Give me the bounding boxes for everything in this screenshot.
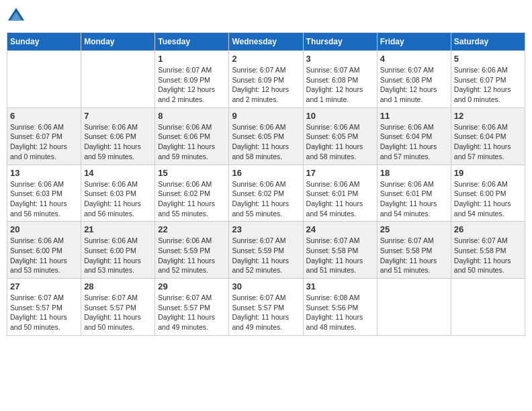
day-info: Sunrise: 6:06 AM Sunset: 6:02 PM Dayligh… [232,179,300,219]
calendar-cell: 28Sunrise: 6:07 AM Sunset: 5:57 PM Dayli… [81,279,155,336]
calendar-cell: 11Sunrise: 6:06 AM Sunset: 6:04 PM Dayli… [377,107,451,165]
calendar-cell: 23Sunrise: 6:07 AM Sunset: 5:59 PM Dayli… [229,222,303,279]
day-info: Sunrise: 6:07 AM Sunset: 5:57 PM Dayligh… [232,293,300,332]
calendar-cell: 10Sunrise: 6:06 AM Sunset: 6:05 PM Dayli… [303,107,377,165]
day-info: Sunrise: 6:07 AM Sunset: 5:58 PM Dayligh… [306,236,374,275]
calendar-cell: 30Sunrise: 6:07 AM Sunset: 5:57 PM Dayli… [229,279,303,336]
day-info: Sunrise: 6:07 AM Sunset: 5:57 PM Dayligh… [84,293,152,332]
calendar-cell: 31Sunrise: 6:08 AM Sunset: 5:56 PM Dayli… [303,279,377,336]
day-of-week-header: Friday [377,33,451,51]
day-info: Sunrise: 6:07 AM Sunset: 5:58 PM Dayligh… [380,236,448,275]
calendar-cell: 20Sunrise: 6:06 AM Sunset: 6:00 PM Dayli… [7,222,81,279]
day-number: 17 [306,168,374,178]
day-number: 14 [84,168,152,178]
day-of-week-header: Wednesday [229,33,303,51]
calendar-cell: 12Sunrise: 6:06 AM Sunset: 6:04 PM Dayli… [451,107,525,165]
day-of-week-header: Sunday [7,33,81,51]
day-info: Sunrise: 6:06 AM Sunset: 6:04 PM Dayligh… [380,122,448,162]
day-info: Sunrise: 6:06 AM Sunset: 6:03 PM Dayligh… [84,179,152,219]
calendar-cell: 13Sunrise: 6:06 AM Sunset: 6:03 PM Dayli… [7,165,81,222]
calendar-cell: 18Sunrise: 6:06 AM Sunset: 6:01 PM Dayli… [377,165,451,222]
day-number: 2 [232,54,300,64]
page-header [7,7,525,26]
day-info: Sunrise: 6:06 AM Sunset: 6:00 PM Dayligh… [10,236,78,275]
day-info: Sunrise: 6:07 AM Sunset: 6:09 PM Dayligh… [158,65,226,105]
calendar-week-row: 1Sunrise: 6:07 AM Sunset: 6:09 PM Daylig… [7,51,525,108]
day-of-week-header: Thursday [303,33,377,51]
day-info: Sunrise: 6:06 AM Sunset: 6:04 PM Dayligh… [454,122,522,162]
calendar-week-row: 13Sunrise: 6:06 AM Sunset: 6:03 PM Dayli… [7,165,525,222]
calendar-cell: 19Sunrise: 6:06 AM Sunset: 6:00 PM Dayli… [451,165,525,222]
day-number: 30 [232,281,300,291]
day-number: 16 [232,168,300,178]
day-number: 15 [158,168,226,178]
day-info: Sunrise: 6:06 AM Sunset: 6:05 PM Dayligh… [306,122,374,162]
day-number: 3 [306,54,374,64]
day-info: Sunrise: 6:06 AM Sunset: 6:03 PM Dayligh… [10,179,78,219]
day-number: 21 [84,224,152,234]
calendar-cell: 21Sunrise: 6:06 AM Sunset: 6:00 PM Dayli… [81,222,155,279]
day-number: 31 [306,281,374,291]
calendar-cell: 4Sunrise: 6:07 AM Sunset: 6:08 PM Daylig… [377,51,451,108]
day-info: Sunrise: 6:07 AM Sunset: 5:58 PM Dayligh… [454,236,522,275]
day-info: Sunrise: 6:07 AM Sunset: 6:08 PM Dayligh… [380,65,448,105]
calendar-cell: 16Sunrise: 6:06 AM Sunset: 6:02 PM Dayli… [229,165,303,222]
day-number: 13 [10,168,78,178]
day-number: 18 [380,168,448,178]
calendar-cell: 7Sunrise: 6:06 AM Sunset: 6:06 PM Daylig… [81,107,155,165]
calendar-cell: 27Sunrise: 6:07 AM Sunset: 5:57 PM Dayli… [7,279,81,336]
day-number: 23 [232,224,300,234]
day-info: Sunrise: 6:06 AM Sunset: 6:01 PM Dayligh… [380,179,448,219]
calendar-cell: 14Sunrise: 6:06 AM Sunset: 6:03 PM Dayli… [81,165,155,222]
day-number: 7 [84,111,152,121]
calendar-week-row: 27Sunrise: 6:07 AM Sunset: 5:57 PM Dayli… [7,279,525,336]
day-of-week-header: Tuesday [155,33,229,51]
day-number: 27 [10,281,78,291]
day-info: Sunrise: 6:06 AM Sunset: 6:07 PM Dayligh… [10,122,78,162]
calendar-cell: 1Sunrise: 6:07 AM Sunset: 6:09 PM Daylig… [155,51,229,108]
day-number: 22 [158,224,226,234]
calendar-cell: 24Sunrise: 6:07 AM Sunset: 5:58 PM Dayli… [303,222,377,279]
calendar-cell: 5Sunrise: 6:06 AM Sunset: 6:07 PM Daylig… [451,51,525,108]
calendar-cell: 9Sunrise: 6:06 AM Sunset: 6:05 PM Daylig… [229,107,303,165]
calendar-cell: 6Sunrise: 6:06 AM Sunset: 6:07 PM Daylig… [7,107,81,165]
day-of-week-header: Monday [81,33,155,51]
day-number: 9 [232,111,300,121]
calendar-week-row: 20Sunrise: 6:06 AM Sunset: 6:00 PM Dayli… [7,222,525,279]
day-of-week-header: Saturday [451,33,525,51]
day-number: 26 [454,224,522,234]
day-number: 28 [84,281,152,291]
logo [7,7,28,26]
calendar-cell: 25Sunrise: 6:07 AM Sunset: 5:58 PM Dayli… [377,222,451,279]
calendar-week-row: 6Sunrise: 6:06 AM Sunset: 6:07 PM Daylig… [7,107,525,165]
calendar-cell [7,51,81,108]
day-info: Sunrise: 6:06 AM Sunset: 6:00 PM Dayligh… [454,179,522,219]
calendar-cell [451,279,525,336]
calendar-cell: 17Sunrise: 6:06 AM Sunset: 6:01 PM Dayli… [303,165,377,222]
day-info: Sunrise: 6:07 AM Sunset: 5:57 PM Dayligh… [158,293,226,332]
calendar-table: SundayMondayTuesdayWednesdayThursdayFrid… [7,32,525,336]
day-info: Sunrise: 6:06 AM Sunset: 6:07 PM Dayligh… [454,65,522,105]
day-number: 6 [10,111,78,121]
day-number: 5 [454,54,522,64]
day-number: 20 [10,224,78,234]
calendar-header-row: SundayMondayTuesdayWednesdayThursdayFrid… [7,33,525,51]
day-info: Sunrise: 6:07 AM Sunset: 6:08 PM Dayligh… [306,65,374,105]
calendar-cell: 8Sunrise: 6:06 AM Sunset: 6:06 PM Daylig… [155,107,229,165]
calendar-cell: 29Sunrise: 6:07 AM Sunset: 5:57 PM Dayli… [155,279,229,336]
calendar-cell: 3Sunrise: 6:07 AM Sunset: 6:08 PM Daylig… [303,51,377,108]
day-number: 1 [158,54,226,64]
day-info: Sunrise: 6:07 AM Sunset: 5:59 PM Dayligh… [232,236,300,275]
day-info: Sunrise: 6:06 AM Sunset: 6:05 PM Dayligh… [232,122,300,162]
day-number: 4 [380,54,448,64]
day-number: 12 [454,111,522,121]
calendar-cell: 15Sunrise: 6:06 AM Sunset: 6:02 PM Dayli… [155,165,229,222]
day-number: 29 [158,281,226,291]
day-number: 25 [380,224,448,234]
day-info: Sunrise: 6:06 AM Sunset: 6:02 PM Dayligh… [158,179,226,219]
calendar-cell [377,279,451,336]
day-info: Sunrise: 6:06 AM Sunset: 6:06 PM Dayligh… [158,122,226,162]
day-info: Sunrise: 6:06 AM Sunset: 6:01 PM Dayligh… [306,179,374,219]
day-info: Sunrise: 6:07 AM Sunset: 5:57 PM Dayligh… [10,293,78,332]
day-info: Sunrise: 6:08 AM Sunset: 5:56 PM Dayligh… [306,293,374,332]
